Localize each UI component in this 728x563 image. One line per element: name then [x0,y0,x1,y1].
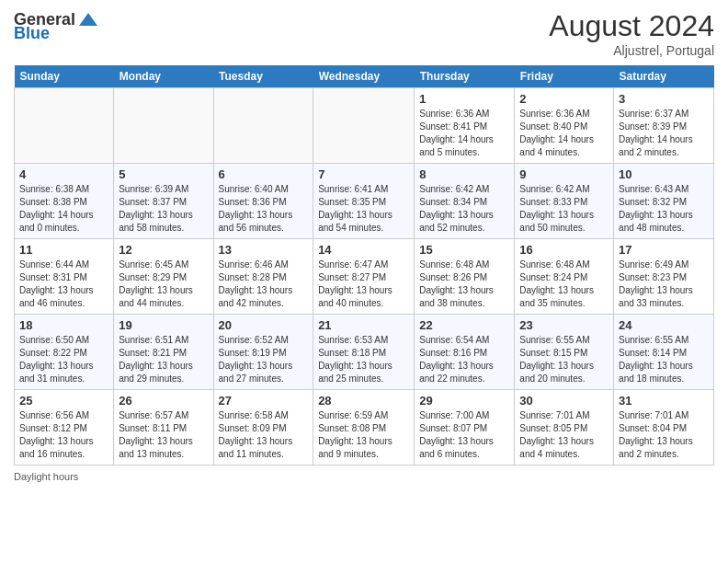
table-row: 9Sunrise: 6:42 AMSunset: 8:33 PMDaylight… [515,164,614,239]
table-row: 14Sunrise: 6:47 AMSunset: 8:27 PMDayligh… [313,239,415,315]
day-info: Sunrise: 6:36 AMSunset: 8:40 PMDaylight:… [519,108,609,159]
day-number: 1 [419,92,509,106]
day-info: Sunrise: 6:54 AMSunset: 8:16 PMDaylight:… [419,334,509,385]
table-row: 23Sunrise: 6:55 AMSunset: 8:15 PMDayligh… [515,315,614,390]
day-number: 9 [519,167,609,181]
calendar-week-row: 11Sunrise: 6:44 AMSunset: 8:31 PMDayligh… [15,239,714,315]
table-row: 30Sunrise: 7:01 AMSunset: 8:05 PMDayligh… [515,390,614,465]
day-number: 5 [119,167,208,181]
table-row [313,88,415,164]
day-info: Sunrise: 6:52 AMSunset: 8:19 PMDaylight:… [219,334,309,385]
table-row: 27Sunrise: 6:58 AMSunset: 8:09 PMDayligh… [213,390,313,465]
logo-icon [77,9,97,29]
col-wednesday: Wednesday [313,65,415,88]
table-row: 2Sunrise: 6:36 AMSunset: 8:40 PMDaylight… [515,88,614,164]
day-number: 12 [119,243,208,257]
day-number: 25 [19,394,108,408]
day-info: Sunrise: 7:00 AMSunset: 8:07 PMDaylight:… [419,409,509,461]
table-row: 5Sunrise: 6:39 AMSunset: 8:37 PMDaylight… [114,164,213,239]
day-number: 18 [19,318,108,332]
day-number: 26 [119,394,208,408]
day-info: Sunrise: 6:43 AMSunset: 8:32 PMDaylight:… [619,183,709,235]
day-info: Sunrise: 6:48 AMSunset: 8:24 PMDaylight:… [519,259,609,310]
table-row: 28Sunrise: 6:59 AMSunset: 8:08 PMDayligh… [313,390,415,465]
day-info: Sunrise: 6:57 AMSunset: 8:11 PMDaylight:… [119,409,208,461]
day-info: Sunrise: 7:01 AMSunset: 8:05 PMDaylight:… [519,409,609,461]
day-info: Sunrise: 6:53 AMSunset: 8:18 PMDaylight:… [318,334,409,385]
day-number: 28 [318,394,409,408]
day-info: Sunrise: 6:36 AMSunset: 8:41 PMDaylight:… [419,108,509,159]
table-row: 24Sunrise: 6:55 AMSunset: 8:14 PMDayligh… [614,315,714,390]
day-info: Sunrise: 6:55 AMSunset: 8:14 PMDaylight:… [619,334,709,385]
logo-blue: Blue [14,24,50,43]
page: General Blue August 2024 Aljustrel, Port… [0,0,728,563]
table-row: 16Sunrise: 6:48 AMSunset: 8:24 PMDayligh… [515,239,614,315]
col-monday: Monday [114,65,213,88]
table-row: 21Sunrise: 6:53 AMSunset: 8:18 PMDayligh… [313,315,415,390]
day-number: 17 [619,243,709,257]
table-row: 6Sunrise: 6:40 AMSunset: 8:36 PMDaylight… [213,164,313,239]
day-info: Sunrise: 6:45 AMSunset: 8:29 PMDaylight:… [119,259,208,310]
calendar-header-row: Sunday Monday Tuesday Wednesday Thursday… [15,65,714,88]
calendar-week-row: 25Sunrise: 6:56 AMSunset: 8:12 PMDayligh… [15,390,714,465]
table-row [114,88,213,164]
calendar: Sunday Monday Tuesday Wednesday Thursday… [14,65,714,465]
table-row: 1Sunrise: 6:36 AMSunset: 8:41 PMDaylight… [415,88,515,164]
table-row: 3Sunrise: 6:37 AMSunset: 8:39 PMDaylight… [614,88,714,164]
table-row: 29Sunrise: 7:00 AMSunset: 8:07 PMDayligh… [415,390,515,465]
table-row: 22Sunrise: 6:54 AMSunset: 8:16 PMDayligh… [415,315,515,390]
table-row [15,88,114,164]
day-info: Sunrise: 6:39 AMSunset: 8:37 PMDaylight:… [119,183,208,235]
day-number: 10 [619,167,709,181]
day-number: 11 [19,243,108,257]
day-number: 4 [19,167,108,181]
title-area: August 2024 Aljustrel, Portugal [549,9,714,58]
day-number: 31 [619,394,709,408]
svg-marker-0 [79,13,97,26]
col-sunday: Sunday [15,65,114,88]
table-row: 4Sunrise: 6:38 AMSunset: 8:38 PMDaylight… [15,164,114,239]
day-info: Sunrise: 6:58 AMSunset: 8:09 PMDaylight:… [219,409,309,461]
day-number: 14 [318,243,409,257]
table-row: 12Sunrise: 6:45 AMSunset: 8:29 PMDayligh… [114,239,213,315]
day-info: Sunrise: 7:01 AMSunset: 8:04 PMDaylight:… [619,409,709,461]
day-info: Sunrise: 6:46 AMSunset: 8:28 PMDaylight:… [219,259,309,310]
month-year: August 2024 [549,9,714,43]
day-number: 30 [519,394,609,408]
day-number: 19 [119,318,208,332]
footer: Daylight hours [14,471,714,482]
day-info: Sunrise: 6:38 AMSunset: 8:38 PMDaylight:… [19,183,108,235]
table-row: 18Sunrise: 6:50 AMSunset: 8:22 PMDayligh… [15,315,114,390]
day-info: Sunrise: 6:50 AMSunset: 8:22 PMDaylight:… [19,334,108,385]
day-info: Sunrise: 6:56 AMSunset: 8:12 PMDaylight:… [19,409,108,461]
col-saturday: Saturday [614,65,714,88]
table-row: 19Sunrise: 6:51 AMSunset: 8:21 PMDayligh… [114,315,213,390]
day-info: Sunrise: 6:48 AMSunset: 8:26 PMDaylight:… [419,259,509,310]
day-number: 8 [419,167,509,181]
table-row: 13Sunrise: 6:46 AMSunset: 8:28 PMDayligh… [213,239,313,315]
table-row: 20Sunrise: 6:52 AMSunset: 8:19 PMDayligh… [213,315,313,390]
day-number: 6 [219,167,309,181]
day-number: 27 [219,394,309,408]
table-row: 17Sunrise: 6:49 AMSunset: 8:23 PMDayligh… [614,239,714,315]
day-number: 13 [219,243,309,257]
day-number: 22 [419,318,509,332]
day-number: 24 [619,318,709,332]
day-info: Sunrise: 6:40 AMSunset: 8:36 PMDaylight:… [219,183,309,235]
table-row: 10Sunrise: 6:43 AMSunset: 8:32 PMDayligh… [614,164,714,239]
table-row: 31Sunrise: 7:01 AMSunset: 8:04 PMDayligh… [614,390,714,465]
daylight-label: Daylight hours [14,471,78,482]
day-info: Sunrise: 6:55 AMSunset: 8:15 PMDaylight:… [519,334,609,385]
table-row: 15Sunrise: 6:48 AMSunset: 8:26 PMDayligh… [415,239,515,315]
calendar-week-row: 4Sunrise: 6:38 AMSunset: 8:38 PMDaylight… [15,164,714,239]
table-row: 7Sunrise: 6:41 AMSunset: 8:35 PMDaylight… [313,164,415,239]
day-number: 3 [619,92,709,106]
day-number: 23 [519,318,609,332]
calendar-week-row: 18Sunrise: 6:50 AMSunset: 8:22 PMDayligh… [15,315,714,390]
day-info: Sunrise: 6:49 AMSunset: 8:23 PMDaylight:… [619,259,709,310]
table-row [213,88,313,164]
day-number: 20 [219,318,309,332]
table-row: 8Sunrise: 6:42 AMSunset: 8:34 PMDaylight… [415,164,515,239]
day-info: Sunrise: 6:51 AMSunset: 8:21 PMDaylight:… [119,334,208,385]
day-info: Sunrise: 6:44 AMSunset: 8:31 PMDaylight:… [19,259,108,310]
